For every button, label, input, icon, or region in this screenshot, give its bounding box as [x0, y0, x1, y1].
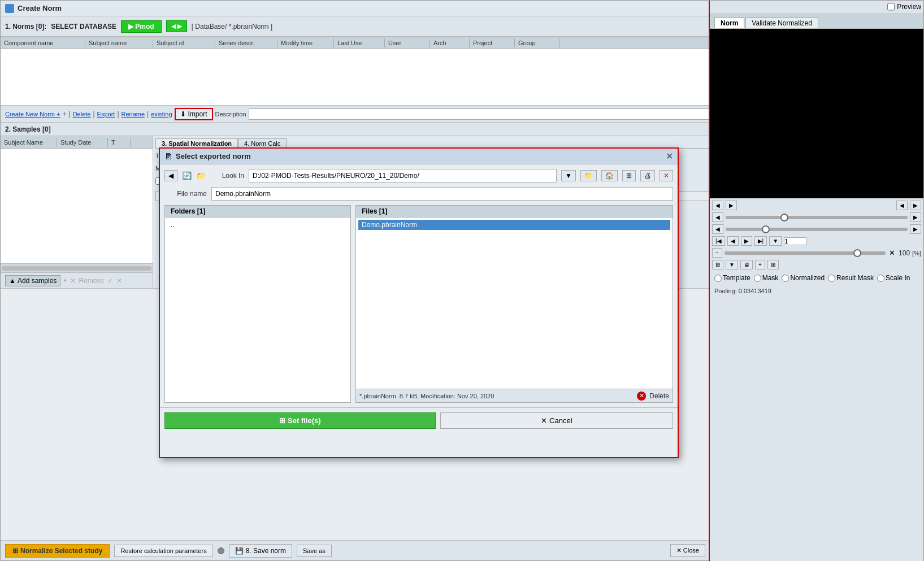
cancel-button[interactable]: ✕ Cancel — [440, 412, 673, 429]
lookin-icon1: 🔄 — [182, 171, 192, 180]
ctrl-prev1[interactable]: ◀ — [712, 201, 723, 210]
nav-first[interactable]: |◀ — [712, 236, 725, 246]
col-last-use: Last Use — [334, 38, 385, 47]
lookin-clear-btn[interactable]: ✕ — [660, 170, 673, 181]
pmod-button[interactable]: ▶ Pmod — [121, 20, 162, 33]
lookin-browse-btn[interactable]: 📁 — [580, 170, 597, 181]
samples-table-body — [1, 149, 153, 263]
restore-button[interactable]: Restore calculation parameters — [114, 545, 212, 557]
tab-norm[interactable]: Norm — [714, 18, 744, 28]
slider2-inc[interactable]: ▶ — [910, 224, 921, 234]
ctrl-btn-e[interactable]: ⊞ — [767, 260, 779, 269]
radio-scale-in[interactable] — [877, 275, 884, 282]
ctrl-btn-a[interactable]: ⊞ — [712, 260, 723, 269]
slider1-inc[interactable]: ▶ — [910, 212, 921, 222]
zoom-x-icon: ✕ — [889, 249, 895, 257]
samples-scrollbar[interactable] — [1, 263, 153, 272]
nav-last[interactable]: ▶| — [754, 236, 767, 246]
folders-body[interactable]: .. — [165, 218, 350, 402]
preview-right-checkbox[interactable] — [887, 3, 895, 11]
radio-mask[interactable] — [754, 275, 761, 282]
save-norm-button[interactable]: 💾 8. Save norm — [229, 544, 292, 558]
title-bar-left: Create Norm — [5, 4, 62, 13]
col-component-name: Component name — [1, 38, 85, 47]
tab-norm-calc[interactable]: 4. Norm Calc — [238, 138, 287, 148]
slider2-dec[interactable]: ◀ — [712, 224, 723, 234]
samples-col-date: Study Date — [57, 138, 108, 147]
lookin-dropdown-btn[interactable]: ▼ — [561, 170, 576, 181]
ctrl-btn-d[interactable]: + — [755, 260, 765, 269]
col-user: User — [385, 38, 430, 47]
nav-down[interactable]: ▼ — [769, 236, 782, 246]
frame-input[interactable] — [784, 237, 806, 245]
radio-normalized[interactable] — [782, 275, 789, 282]
db-path-label: [ DataBase/ *.pbrainNorm ] — [192, 23, 272, 31]
radio-mask-item[interactable]: Mask — [754, 274, 779, 282]
set-files-button[interactable]: ⊞ Set file(s) — [164, 412, 436, 429]
slider2-track[interactable] — [726, 228, 908, 231]
nav-button[interactable]: ◀ ▶ — [166, 20, 187, 32]
slider2-thumb[interactable] — [762, 225, 770, 233]
close-button[interactable]: ✕ Close — [670, 544, 705, 557]
slider1-dec[interactable]: ◀ — [712, 212, 723, 222]
import-label: Import — [188, 110, 207, 118]
ctrl-next1[interactable]: ▶ — [726, 201, 737, 210]
slider-row-1: ◀ ▶ — [712, 212, 921, 222]
file-item-demo[interactable]: Demo.pbrainNorm — [358, 220, 670, 230]
ctrl-prev2[interactable]: ◀ — [896, 201, 908, 210]
save-as-button[interactable]: Save as — [297, 545, 332, 557]
col-series-descr: Series descr. — [215, 38, 277, 47]
status-dot — [218, 547, 224, 554]
existing-link[interactable]: existing — [151, 111, 172, 118]
filename-input[interactable] — [211, 187, 673, 201]
rename-link[interactable]: Rename — [122, 111, 145, 118]
add-samples-button[interactable]: ▲ Add samples — [5, 275, 60, 286]
import-button[interactable]: ⬇ Import — [175, 108, 213, 120]
slider-row-2: ◀ ▶ — [712, 224, 921, 234]
lookin-back-btn[interactable]: ◀ — [164, 170, 177, 181]
col-subject-name: Subject name — [85, 38, 153, 47]
zoom-slider-thumb[interactable] — [853, 249, 861, 257]
zoom-slider-track[interactable] — [725, 251, 886, 255]
slider1-track[interactable] — [726, 216, 908, 219]
tab-spatial-normalization[interactable]: 3. Spatial Normalization — [155, 138, 238, 148]
radio-scale-in-item[interactable]: Scale In — [877, 274, 910, 282]
lookin-path-input[interactable] — [249, 169, 557, 182]
folders-panel: Folders [1] .. — [164, 205, 351, 403]
save-norm-label: 8. Save norm — [246, 547, 286, 555]
add-samples-label: Add samples — [18, 277, 57, 285]
create-new-norm-link[interactable]: Create New Norm + — [5, 111, 60, 118]
slider1-thumb[interactable] — [780, 214, 788, 221]
ctrl-btn-b[interactable]: ▼ — [726, 260, 738, 269]
scrollbar-track[interactable] — [2, 266, 151, 271]
lookin-home-btn[interactable]: 🏠 — [601, 170, 618, 181]
ctrl-next2[interactable]: ▶ — [910, 201, 921, 210]
nav-next[interactable]: ▶ — [741, 236, 752, 246]
files-body[interactable]: Demo.pbrainNorm — [356, 218, 673, 389]
radio-template[interactable] — [714, 275, 722, 282]
delete-link[interactable]: Delete — [73, 111, 91, 118]
delete-button[interactable]: Delete — [649, 392, 669, 400]
folder-item-dotdot[interactable]: .. — [167, 220, 348, 230]
normalize-button[interactable]: ⊞ Normalize Selected study — [5, 544, 110, 558]
tab-validate-normalized[interactable]: Validate Normalized — [745, 18, 818, 28]
nav-prev[interactable]: ◀ — [727, 236, 739, 246]
radio-template-item[interactable]: Template — [714, 274, 751, 282]
export-link[interactable]: Export — [97, 111, 115, 118]
radio-result-mask-label: Result Mask — [836, 274, 874, 282]
ctrl-bottom-row: ⊞ ▼ 🖥 + ⊞ — [712, 260, 921, 269]
lookin-grid-btn[interactable]: ⊞ — [622, 170, 636, 181]
lookin-print-btn[interactable]: 🖨 — [640, 170, 655, 181]
dialog-close-button[interactable]: ✕ — [666, 151, 673, 162]
radio-result-mask-item[interactable]: Result Mask — [828, 274, 874, 282]
samples-col-t: T — [108, 138, 131, 147]
radio-result-mask[interactable] — [828, 275, 835, 282]
samples-toolbar: ▲ Add samples • ✕ Remove ✓ ✕ — [1, 272, 153, 288]
zoom-out[interactable]: − — [712, 248, 722, 258]
filename-row: File name — [164, 187, 673, 201]
dialog-body: ◀ 🔄 📁 Look In ▼ 📁 🏠 ⊞ 🖨 ✕ File name — [160, 164, 678, 407]
radio-normalized-item[interactable]: Normalized — [782, 274, 825, 282]
folders-tab: Folders [1] — [165, 206, 350, 218]
ctrl-btn-c[interactable]: 🖥 — [740, 260, 753, 269]
files-tab: Files [1] — [356, 206, 673, 218]
